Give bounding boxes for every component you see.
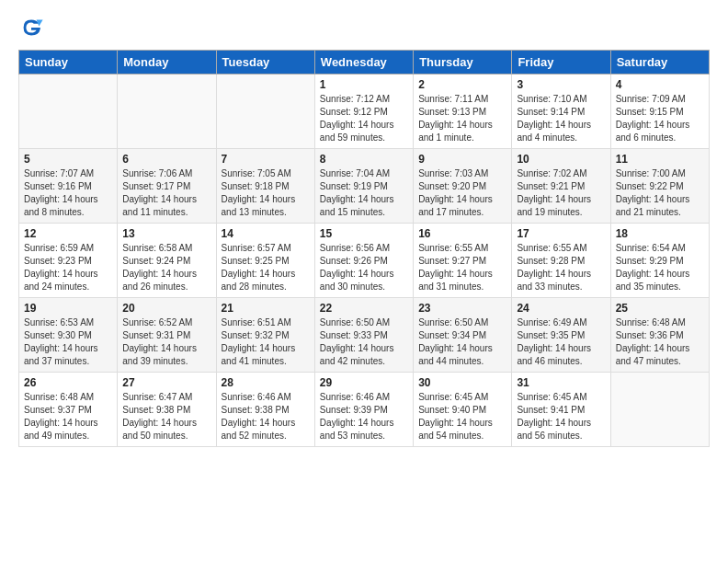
day-info: Sunrise: 7:03 AMSunset: 9:20 PMDaylight:… <box>418 167 506 219</box>
day-info: Sunrise: 6:57 AMSunset: 9:25 PMDaylight:… <box>222 242 310 293</box>
calendar-cell: 29Sunrise: 6:46 AMSunset: 9:39 PMDayligh… <box>314 373 413 447</box>
day-number: 13 <box>122 227 210 240</box>
calendar-cell: 6Sunrise: 7:06 AMSunset: 9:17 PMDaylight… <box>118 149 216 224</box>
day-info: Sunrise: 7:00 AMSunset: 9:22 PMDaylight:… <box>616 167 704 219</box>
day-info: Sunrise: 6:55 AMSunset: 9:27 PMDaylight:… <box>418 242 506 293</box>
calendar-cell: 10Sunrise: 7:02 AMSunset: 9:21 PMDayligh… <box>512 149 610 224</box>
calendar-week-row: 5Sunrise: 7:07 AMSunset: 9:16 PMDaylight… <box>19 149 710 224</box>
day-info: Sunrise: 6:52 AMSunset: 9:31 PMDaylight:… <box>122 316 210 368</box>
calendar-cell: 5Sunrise: 7:07 AMSunset: 9:16 PMDaylight… <box>19 149 118 224</box>
day-number: 5 <box>24 153 112 166</box>
day-number: 11 <box>616 153 704 166</box>
day-info: Sunrise: 7:12 AMSunset: 9:12 PMDaylight:… <box>320 93 408 144</box>
day-number: 10 <box>517 153 605 166</box>
calendar-cell: 7Sunrise: 7:05 AMSunset: 9:18 PMDaylight… <box>216 149 314 224</box>
day-number: 27 <box>122 376 210 389</box>
day-number: 20 <box>122 302 210 315</box>
calendar-cell: 27Sunrise: 6:47 AMSunset: 9:38 PMDayligh… <box>118 373 216 447</box>
day-info: Sunrise: 6:59 AMSunset: 9:23 PMDaylight:… <box>24 242 112 293</box>
calendar-cell: 31Sunrise: 6:45 AMSunset: 9:41 PMDayligh… <box>512 373 610 447</box>
header-row: SundayMondayTuesdayWednesdayThursdayFrid… <box>19 51 710 75</box>
day-number: 28 <box>222 376 310 389</box>
day-info: Sunrise: 6:48 AMSunset: 9:37 PMDaylight:… <box>24 391 112 442</box>
calendar-cell: 17Sunrise: 6:55 AMSunset: 9:28 PMDayligh… <box>512 224 610 298</box>
day-number: 3 <box>517 78 605 91</box>
calendar-cell: 24Sunrise: 6:49 AMSunset: 9:35 PMDayligh… <box>512 298 610 373</box>
day-number: 17 <box>517 227 605 240</box>
day-number: 16 <box>418 227 506 240</box>
header-cell: Friday <box>512 51 610 75</box>
day-info: Sunrise: 6:55 AMSunset: 9:28 PMDaylight:… <box>517 242 605 293</box>
day-info: Sunrise: 6:49 AMSunset: 9:35 PMDaylight:… <box>517 316 605 368</box>
day-info: Sunrise: 6:50 AMSunset: 9:34 PMDaylight:… <box>418 316 506 368</box>
day-number: 19 <box>24 302 112 315</box>
day-info: Sunrise: 7:04 AMSunset: 9:19 PMDaylight:… <box>320 167 408 219</box>
day-info: Sunrise: 7:10 AMSunset: 9:14 PMDaylight:… <box>517 93 605 144</box>
day-number: 9 <box>418 153 506 166</box>
calendar-cell: 21Sunrise: 6:51 AMSunset: 9:32 PMDayligh… <box>216 298 314 373</box>
day-info: Sunrise: 6:53 AMSunset: 9:30 PMDaylight:… <box>24 316 112 368</box>
calendar-cell: 8Sunrise: 7:04 AMSunset: 9:19 PMDaylight… <box>314 149 413 224</box>
day-number: 14 <box>222 227 310 240</box>
day-number: 4 <box>616 78 704 91</box>
day-info: Sunrise: 7:09 AMSunset: 9:15 PMDaylight:… <box>616 93 704 144</box>
calendar-cell: 20Sunrise: 6:52 AMSunset: 9:31 PMDayligh… <box>118 298 216 373</box>
day-number: 23 <box>418 302 506 315</box>
calendar-week-row: 19Sunrise: 6:53 AMSunset: 9:30 PMDayligh… <box>19 298 710 373</box>
calendar-cell: 30Sunrise: 6:45 AMSunset: 9:40 PMDayligh… <box>414 373 512 447</box>
calendar-cell: 22Sunrise: 6:50 AMSunset: 9:33 PMDayligh… <box>314 298 413 373</box>
day-number: 12 <box>24 227 112 240</box>
day-info: Sunrise: 6:45 AMSunset: 9:41 PMDaylight:… <box>517 391 605 442</box>
day-number: 15 <box>320 227 408 240</box>
day-number: 22 <box>320 302 408 315</box>
calendar-cell: 2Sunrise: 7:11 AMSunset: 9:13 PMDaylight… <box>414 75 512 149</box>
header <box>18 15 710 40</box>
day-info: Sunrise: 7:07 AMSunset: 9:16 PMDaylight:… <box>24 167 112 219</box>
day-number: 26 <box>24 376 112 389</box>
calendar-cell: 23Sunrise: 6:50 AMSunset: 9:34 PMDayligh… <box>414 298 512 373</box>
page: SundayMondayTuesdayWednesdayThursdayFrid… <box>0 0 728 456</box>
calendar-cell: 18Sunrise: 6:54 AMSunset: 9:29 PMDayligh… <box>610 224 709 298</box>
calendar-cell: 14Sunrise: 6:57 AMSunset: 9:25 PMDayligh… <box>216 224 314 298</box>
calendar-week-row: 1Sunrise: 7:12 AMSunset: 9:12 PMDaylight… <box>19 75 710 149</box>
calendar-week-row: 12Sunrise: 6:59 AMSunset: 9:23 PMDayligh… <box>19 224 710 298</box>
day-number: 25 <box>616 302 704 315</box>
day-number: 21 <box>222 302 310 315</box>
day-info: Sunrise: 6:51 AMSunset: 9:32 PMDaylight:… <box>222 316 310 368</box>
header-cell: Saturday <box>610 51 709 75</box>
calendar-cell: 3Sunrise: 7:10 AMSunset: 9:14 PMDaylight… <box>512 75 610 149</box>
header-cell: Tuesday <box>216 51 314 75</box>
calendar-cell <box>216 75 314 149</box>
day-info: Sunrise: 6:46 AMSunset: 9:38 PMDaylight:… <box>222 391 310 442</box>
day-info: Sunrise: 7:11 AMSunset: 9:13 PMDaylight:… <box>418 93 506 144</box>
header-cell: Sunday <box>19 51 118 75</box>
day-info: Sunrise: 6:46 AMSunset: 9:39 PMDaylight:… <box>320 391 408 442</box>
calendar: SundayMondayTuesdayWednesdayThursdayFrid… <box>18 50 710 447</box>
calendar-cell <box>19 75 118 149</box>
logo <box>18 15 48 40</box>
calendar-cell: 13Sunrise: 6:58 AMSunset: 9:24 PMDayligh… <box>118 224 216 298</box>
day-number: 18 <box>616 227 704 240</box>
day-info: Sunrise: 6:45 AMSunset: 9:40 PMDaylight:… <box>418 391 506 442</box>
day-number: 29 <box>320 376 408 389</box>
day-info: Sunrise: 6:54 AMSunset: 9:29 PMDaylight:… <box>616 242 704 293</box>
calendar-cell: 12Sunrise: 6:59 AMSunset: 9:23 PMDayligh… <box>19 224 118 298</box>
header-cell: Monday <box>118 51 216 75</box>
calendar-cell: 26Sunrise: 6:48 AMSunset: 9:37 PMDayligh… <box>19 373 118 447</box>
day-info: Sunrise: 6:58 AMSunset: 9:24 PMDaylight:… <box>122 242 210 293</box>
logo-icon <box>18 15 44 40</box>
day-number: 2 <box>418 78 506 91</box>
day-number: 30 <box>418 376 506 389</box>
day-info: Sunrise: 7:06 AMSunset: 9:17 PMDaylight:… <box>122 167 210 219</box>
day-info: Sunrise: 7:02 AMSunset: 9:21 PMDaylight:… <box>517 167 605 219</box>
day-info: Sunrise: 6:48 AMSunset: 9:36 PMDaylight:… <box>616 316 704 368</box>
day-info: Sunrise: 6:47 AMSunset: 9:38 PMDaylight:… <box>122 391 210 442</box>
calendar-cell: 16Sunrise: 6:55 AMSunset: 9:27 PMDayligh… <box>414 224 512 298</box>
day-number: 31 <box>517 376 605 389</box>
day-info: Sunrise: 6:56 AMSunset: 9:26 PMDaylight:… <box>320 242 408 293</box>
calendar-cell: 9Sunrise: 7:03 AMSunset: 9:20 PMDaylight… <box>414 149 512 224</box>
header-cell: Thursday <box>414 51 512 75</box>
day-number: 1 <box>320 78 408 91</box>
calendar-cell <box>610 373 709 447</box>
day-number: 6 <box>122 153 210 166</box>
